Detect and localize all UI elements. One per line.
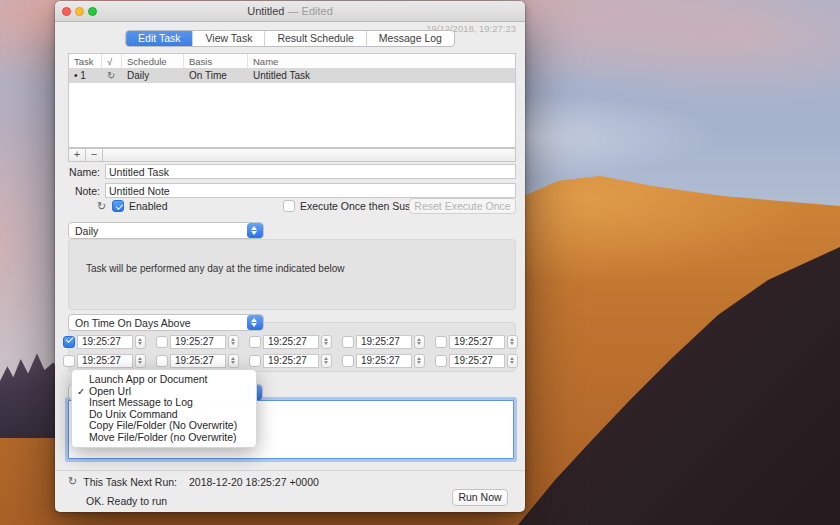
time-stepper[interactable]: [321, 354, 332, 368]
reset-execute-once-button[interactable]: Reset Execute Once: [409, 198, 516, 214]
time-checkbox[interactable]: [63, 355, 75, 367]
window-title: Untitled — Edited: [55, 5, 525, 17]
time-cell-6: [63, 353, 146, 368]
cell-task-number: • 1: [69, 69, 102, 83]
cell-schedule: Daily: [122, 69, 184, 83]
column-header-task[interactable]: Task: [69, 54, 102, 68]
document-title: Untitled: [247, 5, 284, 17]
name-field-row: Name:: [68, 164, 516, 179]
time-input[interactable]: [449, 354, 505, 368]
footer-divider: [55, 470, 525, 471]
table-header: Task √ Schedule Basis Name: [69, 54, 515, 69]
checkmark-icon: ✓: [77, 386, 85, 398]
time-cell-5: [435, 334, 518, 349]
time-stepper[interactable]: [228, 335, 239, 349]
time-stepper[interactable]: [135, 335, 146, 349]
column-header-name[interactable]: Name: [248, 54, 515, 68]
column-header-basis[interactable]: Basis: [184, 54, 248, 68]
time-input[interactable]: [356, 335, 412, 349]
time-stepper[interactable]: [228, 354, 239, 368]
status-text: OK. Ready to run: [86, 495, 167, 507]
basis-popup[interactable]: On Time On Days Above: [68, 314, 264, 331]
basis-popup-value: On Time On Days Above: [69, 317, 247, 329]
time-cell-2: [156, 334, 239, 349]
tab-result-schedule[interactable]: Result Schedule: [265, 31, 366, 46]
menu-item-label: Insert Message to Log: [89, 396, 193, 408]
time-stepper[interactable]: [414, 354, 425, 368]
time-cell-3: [249, 334, 332, 349]
remove-task-button[interactable]: −: [86, 149, 103, 161]
time-input[interactable]: [77, 354, 133, 368]
menu-item-label: Copy File/Folder (No Overwrite): [89, 419, 237, 431]
menu-item-label: Move File/Folder (no Overwrite): [89, 431, 237, 443]
task-table: Task √ Schedule Basis Name • 1 ↻ Daily O…: [68, 53, 516, 148]
refresh-icon: ↻: [102, 69, 122, 83]
time-input[interactable]: [170, 335, 226, 349]
next-run-value: 2018-12-20 18:25:27 +0000: [189, 476, 319, 488]
name-input[interactable]: [105, 164, 516, 179]
time-stepper[interactable]: [135, 354, 146, 368]
options-row: ↻ Enabled Execute Once then Suspend Rese…: [68, 199, 516, 215]
desktop-wallpaper: Untitled — Edited 19/12/2018, 19:27:23 E…: [0, 0, 840, 525]
time-input[interactable]: [356, 354, 412, 368]
refresh-icon: ↻: [97, 200, 106, 213]
titlebar[interactable]: Untitled — Edited: [55, 1, 525, 22]
time-cell-9: [342, 353, 425, 368]
column-header-check[interactable]: √: [102, 54, 122, 68]
time-stepper[interactable]: [507, 335, 518, 349]
time-stepper[interactable]: [414, 335, 425, 349]
column-header-schedule[interactable]: Schedule: [122, 54, 184, 68]
table-toolbar: + −: [68, 148, 516, 162]
execute-once-checkbox[interactable]: [283, 200, 295, 212]
note-input[interactable]: [105, 183, 516, 198]
time-cell-8: [249, 353, 332, 368]
run-now-button[interactable]: Run Now: [452, 489, 508, 506]
tab-edit-task[interactable]: Edit Task: [126, 31, 193, 46]
time-checkbox[interactable]: [249, 336, 261, 348]
time-row-2: [63, 353, 518, 368]
name-label: Name:: [68, 166, 105, 178]
time-checkbox[interactable]: [435, 336, 447, 348]
time-checkbox[interactable]: [342, 336, 354, 348]
next-run-label: This Task Next Run:: [83, 476, 177, 488]
popup-stepper-icon: [247, 223, 263, 238]
time-checkbox[interactable]: [435, 355, 447, 367]
tab-bar: Edit Task View Task Result Schedule Mess…: [125, 30, 455, 47]
time-input[interactable]: [449, 335, 505, 349]
add-task-button[interactable]: +: [69, 149, 86, 161]
frequency-popup[interactable]: Daily: [68, 222, 264, 239]
time-input[interactable]: [263, 354, 319, 368]
time-stepper[interactable]: [321, 335, 332, 349]
time-checkbox[interactable]: [342, 355, 354, 367]
enabled-label: Enabled: [129, 200, 168, 212]
menu-item-label: Open Url: [89, 385, 131, 397]
edited-indicator: — Edited: [288, 5, 333, 17]
time-input[interactable]: [263, 335, 319, 349]
note-field-row: Note:: [68, 183, 516, 198]
action-dropdown-menu: Launch App or Document ✓ Open Url Insert…: [71, 369, 257, 448]
schedule-description-panel: Task will be performed any day at the ti…: [68, 239, 516, 310]
time-input[interactable]: [170, 354, 226, 368]
time-checkbox[interactable]: [156, 355, 168, 367]
time-checkbox[interactable]: [156, 336, 168, 348]
time-cell-7: [156, 353, 239, 368]
menu-item-move-file[interactable]: Move File/Folder (no Overwrite): [72, 432, 256, 444]
tab-view-task[interactable]: View Task: [194, 31, 266, 46]
time-cell-1: [63, 334, 146, 349]
table-row[interactable]: • 1 ↻ Daily On Time Untitled Task: [69, 69, 515, 83]
time-cell-10: [435, 353, 518, 368]
frequency-popup-value: Daily: [69, 225, 247, 237]
time-checkbox[interactable]: [249, 355, 261, 367]
cell-basis: On Time: [184, 69, 248, 83]
cell-name: Untitled Task: [248, 69, 515, 83]
enabled-checkbox[interactable]: [112, 200, 124, 212]
app-window: Untitled — Edited 19/12/2018, 19:27:23 E…: [55, 1, 525, 512]
tab-message-log[interactable]: Message Log: [367, 31, 454, 46]
time-input[interactable]: [77, 335, 133, 349]
popup-stepper-icon: [247, 315, 263, 330]
menu-item-label: Do Unix Command: [89, 408, 178, 420]
time-stepper[interactable]: [507, 354, 518, 368]
time-checkbox[interactable]: [63, 336, 75, 348]
time-cell-4: [342, 334, 425, 349]
note-label: Note:: [68, 185, 105, 197]
